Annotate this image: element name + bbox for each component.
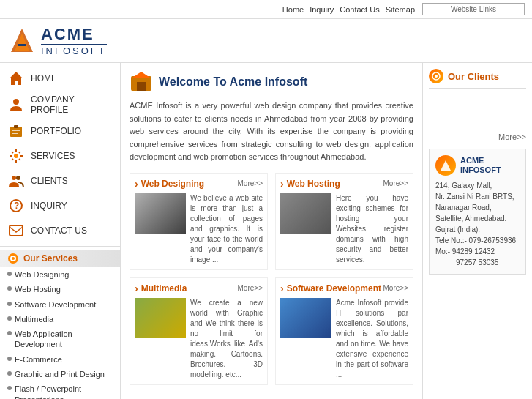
service-more-link-web-designing[interactable]: More>>	[238, 179, 263, 187]
svg-point-9	[14, 154, 18, 158]
bullet-icon	[7, 357, 12, 361]
service-image-web-designing	[135, 193, 186, 234]
welcome-icon	[130, 70, 153, 94]
sidebar-services-label: SERVICES	[31, 151, 75, 161]
svg-point-17	[12, 257, 15, 260]
service-card-content-software-development: Acme Infosoft provide IT solutions par e…	[280, 298, 408, 380]
nav-sitemap-link[interactable]: Sitemap	[386, 5, 415, 14]
service-image-web-hosting	[280, 193, 331, 234]
top-navigation: Home Inquiry Contact Us Sitemap ----Webs…	[0, 0, 532, 19]
bullet-icon	[7, 331, 12, 335]
sidebar-item-portfolio[interactable]: PORTFOLIO	[0, 119, 120, 143]
sidebar-home-label: HOME	[31, 73, 57, 83]
svg-marker-19	[132, 72, 150, 78]
sidebar-service-item[interactable]: Web Application Development	[0, 327, 120, 352]
our-clients-header: Our Clients	[429, 69, 526, 83]
bullet-icon	[7, 386, 12, 390]
service-card-web-designing: Web Designing More>> We believe a web si…	[130, 173, 268, 270]
sidebar-item-company-profile[interactable]: COMPANY PROFILE	[0, 91, 120, 119]
service-card-header: Software Development More>>	[280, 283, 408, 294]
service-card-web-hosting: Web Hosting More>> Here you have excitin…	[275, 173, 413, 270]
service-card-title-multimedia: Multimedia	[135, 283, 187, 294]
services-header-icon	[7, 253, 19, 264]
company-card: ACME INFOSOFT 214, Galaxy Mall, Nr. Zans…	[429, 149, 526, 275]
services-header-label: Our Services	[23, 253, 78, 264]
sidebar-company-label: COMPANY PROFILE	[31, 94, 113, 115]
service-image-multimedia	[135, 298, 186, 338]
clients-circle-icon	[429, 69, 443, 83]
sidebar-service-item[interactable]: Web Designing	[0, 267, 120, 282]
company-profile-icon	[7, 96, 25, 113]
sidebar-item-contact[interactable]: CONTACT US	[0, 218, 120, 243]
sidebar-service-item[interactable]: Web Hosting	[0, 282, 120, 297]
mobile-2: 97257 53035	[435, 257, 520, 268]
sidebar-service-item[interactable]: Multimedia	[0, 312, 120, 327]
site-logo[interactable]: ACME INFOSOFT	[7, 25, 107, 56]
company-card-body: 214, Galaxy Mall, Nr. Zansi Ni Rani BRTS…	[435, 180, 520, 268]
service-card-title-web-designing: Web Designing	[135, 178, 204, 190]
svg-point-11	[16, 176, 20, 180]
sidebar-service-item[interactable]: Software Development	[0, 297, 120, 312]
right-panel: Our Clients More>> ACME INFOSOFT 214, Ga…	[422, 63, 532, 399]
services-icon	[7, 147, 25, 165]
service-desc-web-hosting: Here you have exciting schemes for hosti…	[336, 193, 408, 265]
welcome-header: Welcome To Acme Infosoft	[130, 70, 413, 94]
svg-rect-5	[10, 127, 22, 137]
nav-home-link[interactable]: Home	[282, 5, 304, 14]
logo-infosoft: INFOSOFT	[41, 44, 107, 56]
sidebar-item-services[interactable]: SERVICES	[0, 143, 120, 168]
service-card-header: Web Designing More>>	[135, 178, 263, 190]
sidebar-contact-label: CONTACT US	[31, 225, 87, 236]
company-name-line1: ACME	[460, 156, 501, 165]
sidebar: HOME COMPANY PROFILE PORTFOLIO SERVICES	[0, 63, 121, 399]
address-line5: Gujrat (India).	[435, 224, 520, 235]
service-card-header: Multimedia More>>	[135, 283, 263, 294]
clients-icon	[7, 172, 25, 190]
welcome-title: Welcome To Acme Infosoft	[159, 75, 307, 89]
website-links-box[interactable]: ----Website Links----	[422, 3, 525, 15]
sidebar-service-item[interactable]: E-Commerce	[0, 352, 120, 367]
sidebar-service-item[interactable]: Flash / Powerpoint Presentations	[0, 381, 120, 399]
svg-point-10	[12, 176, 16, 180]
company-card-name: ACME INFOSOFT	[460, 156, 501, 175]
svg-rect-2	[18, 44, 26, 46]
main-content: Welcome To Acme Infosoft ACME Infosoft i…	[121, 63, 422, 399]
contact-icon	[7, 222, 25, 239]
inquiry-icon: ?	[7, 197, 25, 215]
svg-point-22	[435, 75, 438, 78]
svg-point-4	[13, 99, 19, 105]
service-card-multimedia: Multimedia More>> We create a new world …	[130, 277, 268, 385]
top-nav-links: Home Inquiry Contact Us Sitemap	[282, 5, 415, 14]
logo-text: ACME INFOSOFT	[41, 25, 107, 56]
company-name-line2: INFOSOFT	[460, 165, 501, 175]
nav-contact-link[interactable]: Contact Us	[340, 5, 379, 14]
address-line3: Naranagar Road,	[435, 202, 520, 213]
service-more-link-web-hosting[interactable]: More>>	[383, 179, 408, 187]
sidebar-clients-label: CLIENTS	[31, 176, 68, 186]
service-more-link-multimedia[interactable]: More>>	[238, 284, 263, 292]
sidebar-service-item[interactable]: Graphic and Print Design	[0, 367, 120, 381]
svg-marker-23	[441, 160, 451, 171]
portfolio-icon	[7, 122, 25, 140]
service-card-title-web-hosting: Web Hosting	[280, 178, 340, 190]
service-image-software-development	[280, 298, 331, 338]
svg-rect-7	[12, 130, 20, 131]
services-grid: Web Designing More>> We believe a web si…	[130, 173, 413, 385]
sidebar-item-inquiry[interactable]: ? INQUIRY	[0, 193, 120, 218]
logo-acme: ACME	[41, 25, 107, 44]
address-line2: Nr. Zansi Ni Rani BRTS,	[435, 191, 520, 202]
service-card-content-web-hosting: Here you have exciting schemes for hosti…	[280, 193, 408, 265]
welcome-body: ACME Infosoft is a very powerful web des…	[130, 100, 413, 164]
bullet-icon	[7, 272, 12, 276]
svg-text:?: ?	[14, 201, 19, 211]
sidebar-portfolio-label: PORTFOLIO	[31, 126, 81, 136]
sidebar-item-clients[interactable]: CLIENTS	[0, 168, 120, 193]
site-header: ACME INFOSOFT	[0, 19, 532, 63]
sidebar-item-home[interactable]: HOME	[0, 66, 120, 91]
company-card-header: ACME INFOSOFT	[435, 155, 520, 176]
bullet-icon	[7, 302, 12, 306]
nav-inquiry-link[interactable]: Inquiry	[310, 5, 334, 14]
sidebar-nav: HOME COMPANY PROFILE PORTFOLIO SERVICES	[0, 63, 120, 247]
more-clients-link[interactable]: More>>	[429, 133, 526, 141]
service-more-link-software-development[interactable]: More>>	[383, 284, 408, 292]
